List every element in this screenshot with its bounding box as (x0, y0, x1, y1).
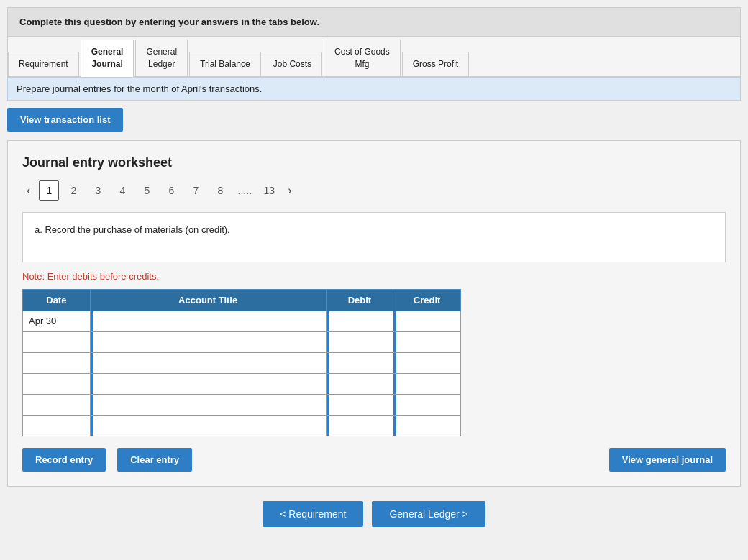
credit-input-5[interactable] (396, 395, 460, 415)
record-entry-button[interactable]: Record entry (22, 448, 106, 472)
page-13[interactable]: 13 (259, 180, 279, 201)
debit-input-2[interactable] (329, 332, 393, 352)
journal-table: Date Account Title Debit Credit Apr 30 (22, 289, 461, 436)
credit-cell-6[interactable] (393, 415, 461, 436)
note-text: Note: Enter debits before credits. (22, 271, 726, 282)
page-2[interactable]: 2 (63, 180, 83, 201)
credit-input-3[interactable] (396, 353, 460, 373)
credit-input-4[interactable] (396, 374, 460, 394)
next-page-button[interactable]: › (283, 183, 296, 198)
page-ellipsis: ..... (234, 180, 255, 201)
debit-input-6[interactable] (329, 416, 393, 436)
table-row (23, 394, 461, 415)
debit-input-1[interactable] (329, 311, 393, 331)
col-account: Account Title (90, 289, 326, 311)
description-box: a. Record the purchase of materials (on … (22, 212, 726, 262)
col-debit: Debit (326, 289, 393, 311)
date-cell-5 (23, 394, 91, 415)
tab-requirement[interactable]: Requirement (8, 52, 79, 76)
tab-cost-of-goods[interactable]: Cost of GoodsMfg (324, 40, 401, 76)
nav-buttons: < Requirement General Ledger > (7, 501, 741, 527)
tab-trial-balance[interactable]: Trial Balance (189, 52, 261, 76)
date-cell-4 (23, 373, 91, 394)
credit-input-6[interactable] (396, 416, 460, 436)
worksheet-container: Journal entry worksheet ‹ 1 2 3 4 5 6 7 … (7, 140, 741, 487)
col-date: Date (23, 289, 91, 311)
tab-job-costs[interactable]: Job Costs (263, 52, 322, 76)
prev-page-button[interactable]: ‹ (22, 183, 35, 198)
credit-cell-4[interactable] (393, 373, 461, 394)
tab-general-journal[interactable]: GeneralJournal (81, 40, 134, 77)
account-cell-2[interactable] (90, 331, 326, 352)
tabs-row: Requirement GeneralJournal GeneralLedger… (7, 37, 741, 77)
account-input-2[interactable] (94, 332, 326, 352)
date-cell-1: Apr 30 (23, 311, 91, 331)
table-row (23, 331, 461, 352)
table-row (23, 415, 461, 436)
debit-cell-2[interactable] (326, 331, 393, 352)
account-input-1[interactable] (94, 311, 326, 331)
account-input-3[interactable] (94, 353, 326, 373)
prev-nav-button[interactable]: < Requirement (263, 501, 363, 527)
pagination: ‹ 1 2 3 4 5 6 7 8 ..... 13 › (22, 180, 726, 201)
debit-cell-3[interactable] (326, 352, 393, 373)
credit-cell-5[interactable] (393, 394, 461, 415)
account-cell-3[interactable] (90, 352, 326, 373)
debit-cell-5[interactable] (326, 394, 393, 415)
page-3[interactable]: 3 (88, 180, 108, 201)
debit-cell-6[interactable] (326, 415, 393, 436)
debit-cell-4[interactable] (326, 373, 393, 394)
account-cell-5[interactable] (90, 394, 326, 415)
account-cell-4[interactable] (90, 373, 326, 394)
page-8[interactable]: 8 (210, 180, 230, 201)
credit-cell-3[interactable] (393, 352, 461, 373)
table-row: Apr 30 (23, 311, 461, 331)
page-1[interactable]: 1 (39, 180, 59, 201)
debit-cell-1[interactable] (326, 311, 393, 331)
account-cell-6[interactable] (90, 415, 326, 436)
credit-cell-2[interactable] (393, 331, 461, 352)
credit-cell-1[interactable] (393, 311, 461, 331)
instruction-bar: Complete this question by entering your … (7, 7, 741, 37)
tab-general-ledger[interactable]: GeneralLedger (135, 40, 188, 76)
tab-gross-profit[interactable]: Gross Profit (402, 52, 469, 76)
debit-input-5[interactable] (329, 395, 393, 415)
bottom-buttons: Record entry Clear entry View general jo… (22, 448, 726, 472)
info-bar: Prepare journal entries for the month of… (7, 77, 741, 101)
account-cell-1[interactable] (90, 311, 326, 331)
table-row (23, 373, 461, 394)
page-7[interactable]: 7 (186, 180, 206, 201)
date-cell-6 (23, 415, 91, 436)
table-row (23, 352, 461, 373)
date-cell-3 (23, 352, 91, 373)
credit-input-1[interactable] (396, 311, 460, 331)
instruction-text: Complete this question by entering your … (19, 17, 319, 27)
info-text: Prepare journal entries for the month of… (17, 83, 262, 94)
account-input-5[interactable] (94, 395, 326, 415)
next-nav-button[interactable]: General Ledger > (372, 501, 485, 527)
view-transaction-button[interactable]: View transaction list (7, 108, 123, 132)
account-input-6[interactable] (94, 416, 326, 436)
view-general-journal-button[interactable]: View general journal (609, 448, 726, 472)
page-4[interactable]: 4 (112, 180, 132, 201)
page-6[interactable]: 6 (161, 180, 181, 201)
page-5[interactable]: 5 (137, 180, 157, 201)
credit-input-2[interactable] (396, 332, 460, 352)
col-credit: Credit (393, 289, 461, 311)
account-input-4[interactable] (94, 374, 326, 394)
date-cell-2 (23, 331, 91, 352)
clear-entry-button[interactable]: Clear entry (117, 448, 192, 472)
debit-input-4[interactable] (329, 374, 393, 394)
description-text: a. Record the purchase of materials (on … (35, 224, 230, 235)
worksheet-title: Journal entry worksheet (22, 155, 726, 170)
debit-input-3[interactable] (329, 353, 393, 373)
